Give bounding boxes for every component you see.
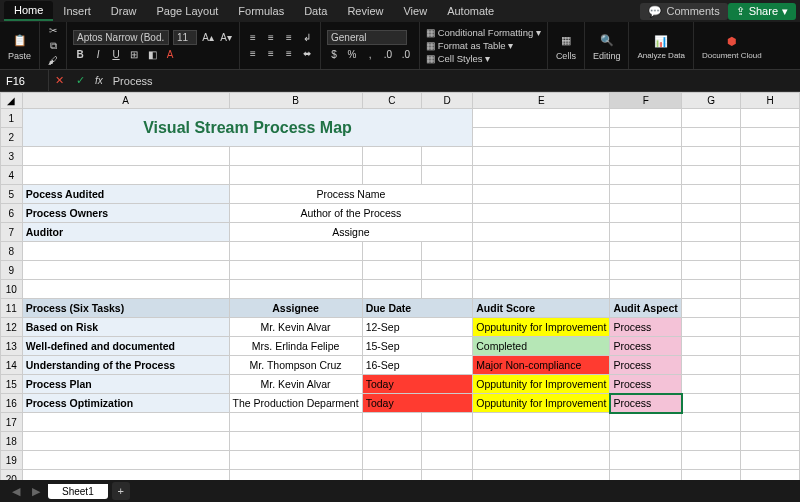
row-11[interactable]: 11 xyxy=(1,299,23,318)
row-19[interactable]: 19 xyxy=(1,451,23,470)
col-d[interactable]: D xyxy=(421,93,472,109)
meta-value[interactable]: Assigne xyxy=(229,223,473,242)
cancel-icon[interactable]: ✕ xyxy=(49,74,70,87)
copy-icon[interactable]: ⧉ xyxy=(46,39,60,52)
border-icon[interactable]: ⊞ xyxy=(127,47,141,61)
tab-home[interactable]: Home xyxy=(4,1,53,21)
select-all[interactable]: ◢ xyxy=(1,93,23,109)
name-box[interactable]: F16 xyxy=(0,75,48,87)
format-painter-icon[interactable]: 🖌 xyxy=(46,54,60,67)
row-6[interactable]: 6 xyxy=(1,204,23,223)
analyze-group[interactable]: 📊 Analyze Data xyxy=(629,22,694,69)
styles-icon: ▦ xyxy=(426,53,435,64)
align-mid-icon[interactable]: ≡ xyxy=(264,31,278,45)
row-13[interactable]: 13 xyxy=(1,337,23,356)
row-16[interactable]: 16 xyxy=(1,394,23,413)
decrease-font-icon[interactable]: A▾ xyxy=(219,31,233,45)
row-14[interactable]: 14 xyxy=(1,356,23,375)
row-18[interactable]: 18 xyxy=(1,432,23,451)
formula-input[interactable] xyxy=(107,75,800,87)
row-8[interactable]: 8 xyxy=(1,242,23,261)
hdr-process[interactable]: Process (Six Tasks) xyxy=(22,299,229,318)
underline-icon[interactable]: U xyxy=(109,47,123,61)
share-icon: ⇪ xyxy=(736,5,745,18)
align-left-icon[interactable]: ≡ xyxy=(246,47,260,61)
dec-decimal-icon[interactable]: .0 xyxy=(399,47,413,61)
active-cell[interactable]: Process xyxy=(610,394,682,413)
comments-button[interactable]: 💬Comments xyxy=(640,3,727,20)
paste-icon[interactable]: 📋 xyxy=(10,30,30,50)
tab-automate[interactable]: Automate xyxy=(437,2,504,20)
wrap-text-icon[interactable]: ↲ xyxy=(300,31,314,45)
align-bot-icon[interactable]: ≡ xyxy=(282,31,296,45)
editing-group[interactable]: 🔍 Editing xyxy=(585,22,630,69)
font-name-select[interactable] xyxy=(73,30,169,45)
meta-label[interactable]: Process Owners xyxy=(22,204,229,223)
comma-icon[interactable]: , xyxy=(363,47,377,61)
meta-label[interactable]: Auditor xyxy=(22,223,229,242)
share-button[interactable]: ⇪Share▾ xyxy=(728,3,796,20)
font-color-icon[interactable]: A xyxy=(163,47,177,61)
document-cloud-group[interactable]: ⬢ Document Cloud xyxy=(694,22,770,69)
row-9[interactable]: 9 xyxy=(1,261,23,280)
sheet-prev-icon[interactable]: ◀ xyxy=(8,485,24,498)
fill-color-icon[interactable]: ◧ xyxy=(145,47,159,61)
col-h[interactable]: H xyxy=(741,93,800,109)
meta-value[interactable]: Author of the Process xyxy=(229,204,473,223)
row-1[interactable]: 1 xyxy=(1,109,23,128)
col-g[interactable]: G xyxy=(682,93,741,109)
sheet-tab-1[interactable]: Sheet1 xyxy=(48,484,108,499)
tab-page-layout[interactable]: Page Layout xyxy=(147,2,229,20)
col-b[interactable]: B xyxy=(229,93,362,109)
align-center-icon[interactable]: ≡ xyxy=(264,47,278,61)
col-c[interactable]: C xyxy=(362,93,421,109)
col-a[interactable]: A xyxy=(22,93,229,109)
fx-icon[interactable]: fx xyxy=(91,75,107,86)
col-f[interactable]: F xyxy=(610,93,682,109)
alignment-group: ≡ ≡ ≡ ↲ ≡ ≡ ≡ ⬌ xyxy=(240,22,321,69)
add-sheet-button[interactable]: + xyxy=(112,482,130,500)
row-10[interactable]: 10 xyxy=(1,280,23,299)
increase-font-icon[interactable]: A▴ xyxy=(201,31,215,45)
italic-icon[interactable]: I xyxy=(91,47,105,61)
ribbon-toolbar: 📋 Paste ✂ ⧉ 🖌 A▴ A▾ B I U ⊞ ◧ A xyxy=(0,22,800,70)
hdr-score[interactable]: Audit Score xyxy=(473,299,610,318)
confirm-icon[interactable]: ✓ xyxy=(70,74,91,87)
meta-value[interactable]: Process Name xyxy=(229,185,473,204)
row-15[interactable]: 15 xyxy=(1,375,23,394)
tab-view[interactable]: View xyxy=(393,2,437,20)
row-2[interactable]: 2 xyxy=(1,128,23,147)
tab-insert[interactable]: Insert xyxy=(53,2,101,20)
tab-data[interactable]: Data xyxy=(294,2,337,20)
conditional-formatting-button[interactable]: ▦ Conditional Formatting ▾ xyxy=(426,27,541,38)
bold-icon[interactable]: B xyxy=(73,47,87,61)
currency-icon[interactable]: $ xyxy=(327,47,341,61)
row-3[interactable]: 3 xyxy=(1,147,23,166)
row-4[interactable]: 4 xyxy=(1,166,23,185)
sheet-next-icon[interactable]: ▶ xyxy=(28,485,44,498)
format-as-table-button[interactable]: ▦ Format as Table ▾ xyxy=(426,40,541,51)
hdr-due[interactable]: Due Date xyxy=(362,299,473,318)
inc-decimal-icon[interactable]: .0 xyxy=(381,47,395,61)
font-size-select[interactable] xyxy=(173,30,197,45)
row-12[interactable]: 12 xyxy=(1,318,23,337)
cells-group[interactable]: ▦ Cells xyxy=(548,22,585,69)
tab-review[interactable]: Review xyxy=(337,2,393,20)
align-top-icon[interactable]: ≡ xyxy=(246,31,260,45)
tab-formulas[interactable]: Formulas xyxy=(228,2,294,20)
tab-draw[interactable]: Draw xyxy=(101,2,147,20)
title-cell[interactable]: Visual Stream Process Map xyxy=(22,109,472,147)
row-5[interactable]: 5 xyxy=(1,185,23,204)
row-17[interactable]: 17 xyxy=(1,413,23,432)
cut-icon[interactable]: ✂ xyxy=(46,24,60,37)
meta-label[interactable]: Pocess Audited xyxy=(22,185,229,204)
cell-styles-button[interactable]: ▦ Cell Styles ▾ xyxy=(426,53,541,64)
col-e[interactable]: E xyxy=(473,93,610,109)
hdr-aspect[interactable]: Audit Aspect xyxy=(610,299,682,318)
number-format-select[interactable] xyxy=(327,30,407,45)
merge-icon[interactable]: ⬌ xyxy=(300,47,314,61)
percent-icon[interactable]: % xyxy=(345,47,359,61)
hdr-assignee[interactable]: Assignee xyxy=(229,299,362,318)
align-right-icon[interactable]: ≡ xyxy=(282,47,296,61)
row-7[interactable]: 7 xyxy=(1,223,23,242)
